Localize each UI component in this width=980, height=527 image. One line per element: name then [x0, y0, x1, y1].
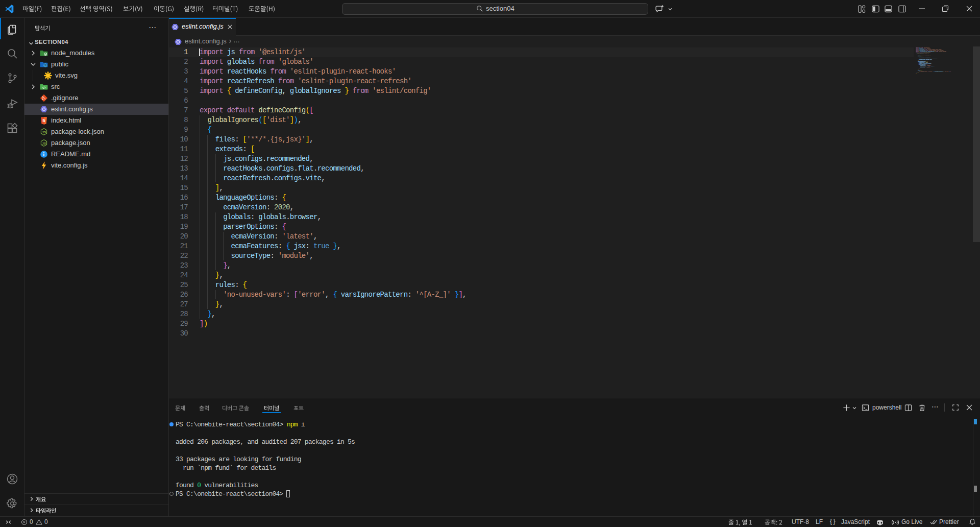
- svg-text:5: 5: [42, 117, 45, 123]
- svg-text:JS: JS: [42, 130, 46, 134]
- svg-text:JS: JS: [42, 141, 46, 145]
